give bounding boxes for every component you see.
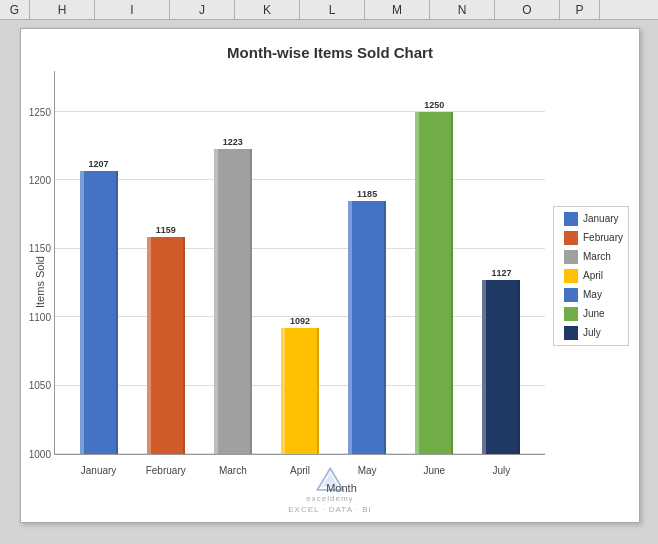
bar-group-june: 1250June [415,71,453,454]
chart-area: Items Sold 100010501100115012001250 1207… [31,71,629,494]
bar-value-label: 1207 [89,159,109,169]
col-header-p: P [560,0,600,19]
legend-label: February [583,232,623,243]
chart-title: Month-wise Items Sold Chart [31,44,629,61]
col-header-m: M [365,0,430,19]
bar-value-label: 1159 [156,225,176,235]
legend-label: March [583,251,611,262]
legend-item-january: January [564,212,623,226]
legend-item-february: February [564,231,623,245]
legend-item-april: April [564,269,623,283]
bar-value-label: 1092 [290,316,310,326]
legend-label: May [583,289,602,300]
col-header-k: K [235,0,300,19]
legend-color-box [564,212,578,226]
legend-label: January [583,213,619,224]
chart-inner: 100010501100115012001250 1207January1159… [54,71,629,494]
bar-rect: April [281,328,319,454]
bar-group-may: 1185May [348,71,386,454]
bar-x-label: January [81,465,117,476]
bar-value-label: 1250 [424,100,444,110]
y-tick-label: 1250 [13,107,51,118]
legend-color-box [564,307,578,321]
legend-label: April [583,270,603,281]
bar-x-label: March [219,465,247,476]
bar-x-label: February [146,465,186,476]
col-header-j: J [170,0,235,19]
bar-rect: May [348,201,386,454]
legend-item-march: March [564,250,623,264]
col-header-l: L [300,0,365,19]
bar-x-label: July [493,465,511,476]
y-axis-label: Items Sold [31,71,49,494]
col-header-o: O [495,0,560,19]
legend-label: July [583,327,601,338]
y-tick-label: 1150 [13,243,51,254]
bar-group-april: 1092April [281,71,319,454]
chart-plot: 100010501100115012001250 1207January1159… [54,71,545,455]
chart-legend: JanuaryFebruaryMarchAprilMayJuneJuly [553,206,629,346]
bar-x-label: June [423,465,445,476]
bar-rect: February [147,237,185,454]
legend-color-box [564,288,578,302]
bar-group-february: 1159February [147,71,185,454]
bar-group-july: 1127July [482,71,520,454]
bar-value-label: 1127 [491,268,511,278]
legend-item-june: June [564,307,623,321]
spreadsheet-background: GHIJKLMNOP Month-wise Items Sold Chart I… [0,0,658,544]
legend-color-box [564,250,578,264]
legend-label: June [583,308,605,319]
legend-color-box [564,326,578,340]
bar-rect: March [214,149,252,454]
watermark-text2: EXCEL · DATA · BI [288,505,372,514]
col-header-i: I [95,0,170,19]
y-tick-label: 1200 [13,175,51,186]
bar-value-label: 1223 [223,137,243,147]
column-headers: GHIJKLMNOP [0,0,658,20]
bar-value-label: 1185 [357,189,377,199]
y-tick-label: 1050 [13,380,51,391]
y-tick-label: 1100 [13,312,51,323]
legend-item-may: May [564,288,623,302]
chart-container: Month-wise Items Sold Chart Items Sold 1… [20,28,640,523]
bar-rect: January [80,171,118,454]
legend-color-box [564,231,578,245]
y-tick-label: 1000 [13,449,51,460]
legend-item-july: July [564,326,623,340]
chart-plot-and-legend: 100010501100115012001250 1207January1159… [54,71,629,480]
col-header-g: G [0,0,30,19]
col-header-n: N [430,0,495,19]
bars-container: 1207January1159February1223March1092Apri… [55,71,545,454]
watermark: exceldemy EXCEL · DATA · BI [288,467,372,514]
watermark-logo-icon [315,467,345,492]
watermark-text1: exceldemy [306,494,353,503]
bar-group-march: 1223March [214,71,252,454]
bar-rect: June [415,112,453,454]
col-header-h: H [30,0,95,19]
legend-color-box [564,269,578,283]
bar-group-january: 1207January [80,71,118,454]
bar-rect: July [482,280,520,454]
